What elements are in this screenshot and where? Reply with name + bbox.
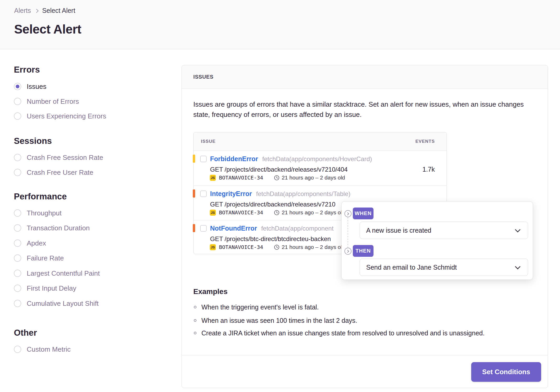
section-heading-sessions: Sessions <box>14 136 52 146</box>
radio-icon[interactable] <box>14 285 21 292</box>
example-item: When an issue was seen 100 times in the … <box>194 316 357 325</box>
row-checkbox[interactable] <box>200 225 207 232</box>
option-label: Cumulative Layout Shift <box>27 300 99 308</box>
set-conditions-button[interactable]: Set Conditions <box>471 362 541 382</box>
project-slug: BOTANAVOICE-34 <box>219 175 263 181</box>
row-checkbox[interactable] <box>200 190 207 197</box>
radio-icon[interactable] <box>14 169 21 176</box>
option-label: Crash Free Session Rate <box>27 154 103 162</box>
radio-icon[interactable] <box>14 209 21 217</box>
bullet-icon <box>194 306 196 308</box>
breadcrumb-link-alerts[interactable]: Alerts <box>14 7 31 14</box>
chevron-down-icon <box>515 264 520 269</box>
then-badge: THEN <box>353 245 374 257</box>
panel-header: ISSUES <box>182 65 548 89</box>
option-label: Users Experiencing Errors <box>27 112 106 120</box>
option-label: Throughput <box>27 209 62 217</box>
project-slug: BOTANAVOICE-34 <box>219 209 263 216</box>
issue-age: 21 hours ago – 2 days old <box>282 244 345 250</box>
radio-icon[interactable] <box>14 254 21 262</box>
sidebar-option-cumulative-layout-shift[interactable]: Cumulative Layout Shift <box>14 298 99 309</box>
option-label: First Input Delay <box>27 284 76 292</box>
radio-icon[interactable] <box>14 154 21 161</box>
radio-icon[interactable] <box>14 239 21 247</box>
option-label: Issues <box>27 83 46 91</box>
issue-culprit: fetchData(app/components/HoverCard) <box>262 155 372 163</box>
issue-transaction: GET /projects/direct/backend/releases/v7… <box>210 201 335 208</box>
radio-icon[interactable] <box>14 224 21 232</box>
breadcrumb-current: Select Alert <box>42 7 75 14</box>
section-heading-errors: Errors <box>14 65 40 75</box>
issue-culprit: fetchData(app/component <box>261 225 333 232</box>
clock-icon <box>274 210 279 215</box>
page-title: Select Alert <box>14 22 81 36</box>
panel-description: Issues are groups of errors that have a … <box>193 99 542 120</box>
bullet-icon <box>194 332 196 334</box>
platform-javascript-icon: JS <box>210 210 216 216</box>
platform-javascript-icon: JS <box>210 244 216 250</box>
chevron-right-icon <box>35 9 39 13</box>
radio-dot <box>16 85 19 88</box>
option-label: Apdex <box>27 239 46 247</box>
issue-age: 21 hours ago – 2 days old <box>282 209 345 216</box>
radio-icon[interactable] <box>14 300 21 307</box>
issue-link[interactable]: ForbiddenError <box>210 155 258 163</box>
sidebar-option-largest-contentful-paint[interactable]: Largest Contentful Paint <box>14 268 100 279</box>
radio-icon[interactable] <box>14 270 21 277</box>
example-text: When the triggering event's level is fat… <box>201 303 319 311</box>
issue-level-indicator <box>193 155 195 163</box>
then-action-select[interactable]: Send an email to Jane Schmidt <box>360 259 528 276</box>
sidebar-option-failure-rate[interactable]: Failure Rate <box>14 252 64 264</box>
sidebar-option-crash-free-session-rate[interactable]: Crash Free Session Rate <box>14 152 103 163</box>
when-condition-value: A new issue is created <box>366 227 431 234</box>
sidebar-option-crash-free-user-rate[interactable]: Crash Free User Rate <box>14 167 93 178</box>
example-text: When an issue was seen 100 times in the … <box>201 317 357 324</box>
sidebar-option-custom-metric[interactable]: Custom Metric <box>14 344 71 355</box>
issue-age: 21 hours ago – 2 days old <box>282 175 345 181</box>
column-header-issue: ISSUE <box>201 139 216 144</box>
then-action-value: Send an email to Jane Schmidt <box>366 264 457 271</box>
issue-level-indicator <box>193 189 195 198</box>
option-label: Custom Metric <box>27 345 71 353</box>
radio-icon[interactable] <box>14 346 21 353</box>
issue-transaction: GET /projects/btc-direct/btcdirecteu-bac… <box>210 235 331 243</box>
sidebar-option-first-input-delay[interactable]: First Input Delay <box>14 282 76 294</box>
issue-level-indicator <box>193 224 195 232</box>
sidebar-option-issues[interactable]: Issues <box>14 81 46 92</box>
panel-footer: Set Conditions <box>182 355 548 388</box>
project-slug: BOTANAVOICE-34 <box>219 244 263 250</box>
issue-culprit: fetchData(app/components/Table) <box>256 190 350 198</box>
section-heading-performance: Performance <box>14 192 67 202</box>
sidebar-option-throughput[interactable]: Throughput <box>14 207 62 219</box>
row-checkbox[interactable] <box>200 156 207 162</box>
issue-link[interactable]: NotFoundError <box>210 225 257 232</box>
clock-icon <box>274 244 279 250</box>
rule-builder-card: WHEN A new issue is created THEN Send an… <box>341 201 533 280</box>
sidebar-option-transaction-duration[interactable]: Transaction Duration <box>14 222 90 234</box>
radio-icon[interactable] <box>14 98 21 105</box>
platform-javascript-icon: JS <box>210 175 216 181</box>
events-count: 1.7k <box>422 166 435 173</box>
clock-icon <box>274 175 279 181</box>
issue-link[interactable]: IntegrityError <box>210 190 252 198</box>
option-label: Number of Errors <box>27 97 79 106</box>
radio-selected-icon[interactable] <box>14 83 21 90</box>
radio-icon[interactable] <box>14 112 21 120</box>
panel-title: ISSUES <box>193 74 213 80</box>
chevron-right-circle-icon <box>344 248 352 255</box>
page-header: Alerts Select Alert Select Alert <box>0 0 560 49</box>
sidebar-option-apdex[interactable]: Apdex <box>14 237 46 249</box>
issue-table-header: ISSUE EVENTS <box>194 132 447 151</box>
option-label: Failure Rate <box>27 254 64 262</box>
sidebar-option-number-of-errors[interactable]: Number of Errors <box>14 96 79 107</box>
when-condition-select[interactable]: A new issue is created <box>360 222 528 239</box>
issue-transaction: GET /projects/direct/backend/releases/v7… <box>210 166 348 173</box>
when-badge: WHEN <box>353 208 374 219</box>
example-text: Create a JIRA ticket when an issue chang… <box>201 329 485 337</box>
example-item: Create a JIRA ticket when an issue chang… <box>194 328 485 338</box>
chevron-right-circle-icon <box>344 210 352 217</box>
sidebar-option-users-experiencing-errors[interactable]: Users Experiencing Errors <box>14 110 106 122</box>
bullet-icon <box>194 319 196 322</box>
dashed-connector-line <box>348 217 348 248</box>
option-label: Crash Free User Rate <box>27 168 93 177</box>
